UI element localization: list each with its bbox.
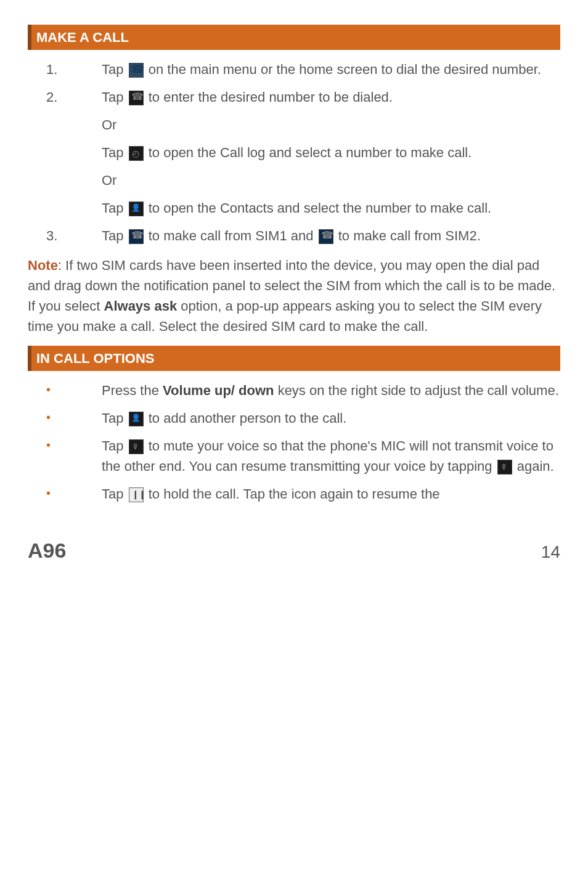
text: to add another person to the call.: [145, 410, 347, 426]
text: Tap: [102, 62, 128, 77]
bullet-body: Tap to hold the call. Tap the icon again…: [102, 484, 560, 504]
heading-text: IN CALL OPTIONS: [36, 351, 155, 366]
bullet-icon: •: [46, 436, 102, 476]
text: to make call from SIM1 and: [145, 228, 317, 243]
section-header-make-call: MAKE A CALL: [28, 25, 560, 50]
mute-icon: [497, 460, 512, 475]
dialpad-icon: [129, 91, 144, 105]
hold-icon: [129, 487, 144, 502]
bullet-icon: •: [46, 484, 102, 504]
bullet-body: Tap to mute your voice so that the phone…: [102, 436, 560, 476]
section-header-in-call: IN CALL OPTIONS: [28, 346, 560, 371]
note-label: Note: [28, 258, 58, 273]
or-text: Or: [102, 170, 560, 190]
text: keys on the right side to adjust the cal…: [274, 383, 559, 398]
bullet-mute: • Tap to mute your voice so that the pho…: [28, 436, 560, 476]
sim1-call-icon: [129, 229, 144, 244]
text: Tap: [102, 438, 128, 454]
phone-app-icon: [129, 63, 144, 78]
text: to open the Contacts and select the numb…: [145, 200, 492, 216]
or-text: Or: [102, 115, 560, 135]
bullet-add-person: • Tap to add another person to the call.: [28, 408, 560, 428]
text: Tap: [102, 145, 128, 160]
sim2-call-icon: [319, 229, 333, 244]
text: Tap: [102, 486, 128, 502]
step-number: 1.: [46, 59, 102, 79]
text: Press the: [102, 383, 163, 398]
call-log-icon: [129, 146, 144, 161]
step-body: Tap to enter the desired number to be di…: [102, 87, 560, 218]
text: Tap: [102, 228, 128, 243]
heading-text: MAKE A CALL: [36, 30, 129, 45]
bullet-hold: • Tap to hold the call. Tap the icon aga…: [28, 484, 560, 504]
bullet-icon: •: [46, 380, 102, 401]
bullet-body: Press the Volume up/ down keys on the ri…: [102, 380, 560, 401]
note-paragraph: Note: If two SIM cards have been inserte…: [28, 255, 560, 336]
step-body: Tap on the main menu or the home screen …: [102, 59, 560, 79]
step-2: 2. Tap to enter the desired number to be…: [28, 87, 560, 218]
text: Tap: [102, 200, 128, 216]
bold-text: Volume up/ down: [163, 383, 274, 398]
footer-model: A96: [28, 535, 66, 566]
text: to mute your voice so that the phone's M…: [102, 438, 553, 474]
text: again.: [513, 458, 554, 474]
footer-page-number: 14: [541, 539, 560, 565]
bullet-volume: • Press the Volume up/ down keys on the …: [28, 380, 560, 401]
bullet-icon: •: [46, 408, 102, 428]
step-number: 3.: [46, 226, 102, 246]
contacts-icon: [129, 202, 144, 216]
add-person-icon: [129, 412, 144, 426]
mute-icon: [129, 439, 144, 454]
bullet-body: Tap to add another person to the call.: [102, 408, 560, 428]
step-3: 3. Tap to make call from SIM1 and to mak…: [28, 226, 560, 246]
bold-text: Always ask: [104, 298, 178, 314]
text: to hold the call. Tap the icon again to …: [145, 486, 440, 502]
step-body: Tap to make call from SIM1 and to make c…: [102, 226, 560, 246]
page-footer: A96 14: [28, 535, 560, 566]
text: to make call from SIM2.: [335, 228, 481, 243]
text: Tap: [102, 410, 128, 426]
step-number: 2.: [46, 87, 102, 218]
text: to open the Call log and select a number…: [145, 145, 472, 160]
text: to enter the desired number to be dialed…: [145, 89, 393, 105]
step-1: 1. Tap on the main menu or the home scre…: [28, 59, 560, 79]
text: Tap: [102, 89, 128, 105]
text: on the main menu or the home screen to d…: [145, 62, 541, 77]
